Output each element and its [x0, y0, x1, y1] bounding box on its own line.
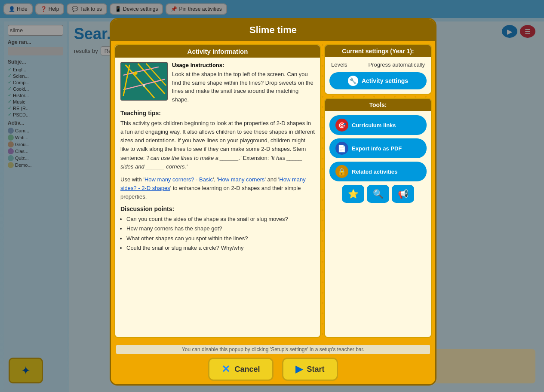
- search-zoom-icon: 🔍: [373, 189, 384, 199]
- left-panel: Activity information: [114, 44, 321, 338]
- teaching-tips-text: This activity gets children beginning to…: [120, 119, 315, 171]
- activity-settings-button[interactable]: 🔧 Activity settings: [329, 72, 427, 89]
- discussion-item-4: Could the snail or slug make a circle? W…: [126, 244, 315, 252]
- discussion-list: Can you count the sides of the shape as …: [126, 215, 315, 252]
- activity-info-header: Activity information: [115, 45, 320, 58]
- footer-buttons: ✕ Cancel ▶ Start: [116, 358, 430, 381]
- discussion-item-3: What other shapes can you spot within th…: [126, 234, 315, 243]
- cancel-icon: ✕: [221, 363, 230, 375]
- activity-thumbnail: [120, 62, 168, 101]
- right-panel: Current settings (Year 1): Levels Progre…: [324, 44, 432, 338]
- export-icon: 📄: [335, 142, 348, 155]
- search-zoom-button[interactable]: 🔍: [367, 185, 389, 203]
- activity-modal: Slime time Activity information: [110, 18, 436, 386]
- teaching-tips-title: Teaching tips:: [120, 110, 315, 116]
- tools-header: Tools:: [325, 99, 431, 111]
- settings-labels: Levels Progress automatically: [329, 61, 427, 68]
- usage-text: Look at the shape in the top left of the…: [172, 70, 315, 104]
- discussion-title: Discussion points:: [120, 205, 315, 212]
- usage-title: Usage instructions:: [172, 62, 315, 68]
- level-label: Levels: [331, 61, 347, 68]
- tools-box: Tools: 🎯 Curriculum links 📄 Export info …: [324, 98, 432, 338]
- settings-box: Current settings (Year 1): Levels Progre…: [324, 44, 432, 95]
- related-icon: 🔒: [335, 165, 348, 178]
- settings-header: Current settings (Year 1):: [325, 45, 431, 57]
- related-activities-button[interactable]: 🔒 Related activities: [329, 162, 427, 181]
- star-icon: ⭐: [348, 189, 359, 199]
- links-text: Use with 'How many corners? - Basic', 'H…: [120, 175, 315, 201]
- settings-icon: 🔧: [348, 76, 358, 86]
- modal-title: Slime time: [111, 19, 435, 41]
- svg-point-7: [134, 71, 138, 75]
- modal-footer: You can disable this popup by clicking '…: [111, 341, 435, 384]
- curriculum-icon: 🎯: [335, 119, 348, 132]
- curriculum-links-button[interactable]: 🎯 Curriculum links: [329, 115, 427, 135]
- share-icon: 📢: [398, 189, 409, 199]
- link-corners-basic[interactable]: How many corners? - Basic: [144, 176, 213, 183]
- start-button[interactable]: ▶ Start: [282, 358, 338, 381]
- footer-note: You can disable this popup by clicking '…: [116, 345, 430, 354]
- discussion-item-1: Can you count the sides of the shape as …: [126, 215, 315, 224]
- cancel-button[interactable]: ✕ Cancel: [208, 358, 273, 381]
- link-corners[interactable]: How many corners: [218, 176, 264, 183]
- svg-point-8: [143, 84, 145, 87]
- discussion-item-2: How many corners has the shape got?: [126, 224, 315, 233]
- bottom-tool-buttons: ⭐ 🔍 📢: [329, 185, 427, 203]
- start-icon: ▶: [295, 364, 303, 375]
- progress-label: Progress automatically: [369, 61, 425, 68]
- share-button[interactable]: 📢: [392, 185, 414, 203]
- export-pdf-button[interactable]: 📄 Export info as PDF: [329, 138, 427, 158]
- usage-section: Usage instructions: Look at the shape in…: [120, 62, 315, 104]
- star-button[interactable]: ⭐: [342, 185, 364, 203]
